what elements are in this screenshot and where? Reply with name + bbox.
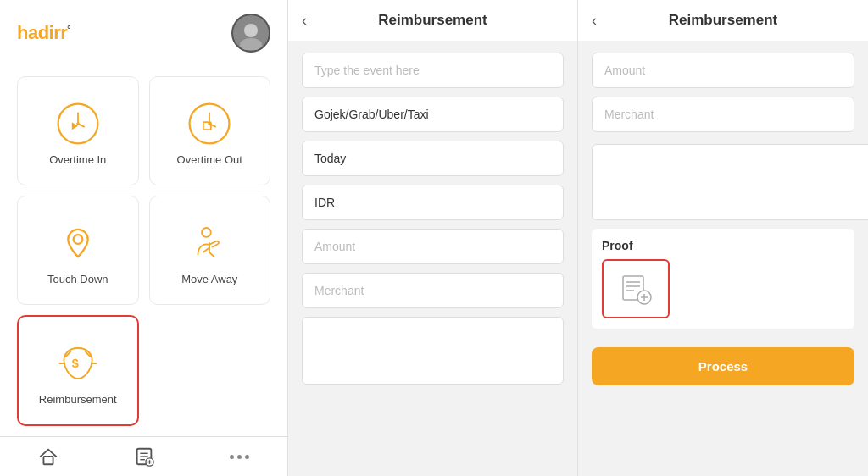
menu-label-move-away: Move Away bbox=[181, 273, 237, 285]
nav-more[interactable] bbox=[192, 446, 287, 468]
currency-input[interactable] bbox=[302, 185, 564, 220]
form-scroll bbox=[288, 41, 577, 476]
detail-header: ‹ Reimbursement bbox=[578, 0, 868, 41]
home-header: hadirr° bbox=[0, 0, 287, 66]
app-logo: hadirr° bbox=[17, 22, 70, 44]
detail-merchant-input[interactable] bbox=[592, 97, 854, 132]
detail-notes-textarea[interactable] bbox=[592, 144, 868, 220]
bottom-nav bbox=[0, 436, 287, 476]
nav-home[interactable] bbox=[0, 446, 96, 468]
amount-input[interactable] bbox=[302, 229, 564, 264]
menu-label-touch-down: Touch Down bbox=[47, 273, 108, 285]
more-dots-icon bbox=[230, 455, 249, 459]
menu-label-reimbursement: Reimbursement bbox=[39, 393, 117, 406]
merchant-input[interactable] bbox=[302, 273, 564, 308]
proof-upload-box[interactable] bbox=[602, 259, 670, 318]
detail-amount-input[interactable] bbox=[592, 53, 854, 88]
detail-inputs bbox=[578, 41, 868, 144]
proof-label: Proof bbox=[602, 239, 844, 252]
notes-textarea[interactable] bbox=[302, 317, 564, 385]
menu-item-overtime-out[interactable]: Overtime Out bbox=[149, 76, 271, 185]
menu-label-overtime-in: Overtime In bbox=[49, 153, 106, 166]
svg-text:$: $ bbox=[72, 357, 79, 370]
form-header: ‹ Reimbursement bbox=[288, 0, 577, 41]
form-panel: ‹ Reimbursement bbox=[288, 0, 578, 476]
menu-item-overtime-in[interactable]: Overtime In bbox=[17, 76, 139, 185]
svg-point-1 bbox=[244, 24, 258, 37]
menu-label-overtime-out: Overtime Out bbox=[177, 153, 242, 166]
menu-item-move-away[interactable]: Move Away bbox=[149, 196, 271, 305]
home-panel: hadirr° Overtime In bbox=[0, 0, 288, 476]
detail-back-button[interactable]: ‹ bbox=[592, 12, 597, 30]
nav-form[interactable] bbox=[96, 446, 192, 468]
svg-rect-19 bbox=[43, 457, 53, 464]
date-input[interactable] bbox=[302, 141, 564, 176]
form-back-button[interactable]: ‹ bbox=[302, 12, 307, 30]
svg-line-16 bbox=[203, 247, 209, 252]
process-button[interactable]: Process bbox=[592, 347, 854, 385]
menu-item-touch-down[interactable]: Touch Down bbox=[17, 196, 139, 305]
svg-line-17 bbox=[209, 252, 214, 257]
menu-grid: Overtime In Overtime Out Touch Down bbox=[0, 66, 287, 436]
svg-point-13 bbox=[73, 235, 82, 244]
proof-section: Proof bbox=[592, 229, 854, 329]
category-input[interactable] bbox=[302, 97, 564, 132]
detail-panel: ‹ Reimbursement Proof Process bbox=[578, 0, 868, 476]
form-title: Reimbursement bbox=[378, 12, 487, 29]
svg-point-14 bbox=[202, 228, 211, 237]
menu-item-reimbursement[interactable]: $ Reimbursement bbox=[17, 315, 139, 426]
event-input[interactable] bbox=[302, 53, 564, 88]
svg-line-6 bbox=[78, 124, 84, 127]
avatar[interactable] bbox=[231, 14, 270, 53]
detail-title: Reimbursement bbox=[669, 12, 777, 29]
